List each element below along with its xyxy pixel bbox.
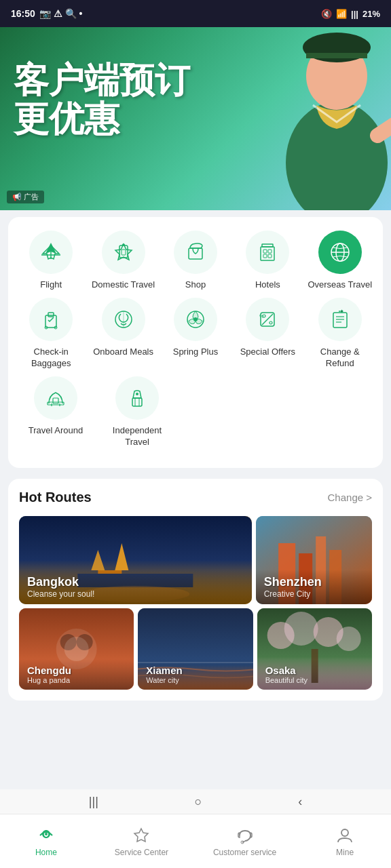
customer-service-nav-icon [236, 826, 255, 845]
gesture-menu[interactable]: ||| [89, 795, 98, 809]
quick-menu-flight[interactable]: Flight [17, 231, 85, 291]
chengdu-name: Chengdu [27, 665, 126, 676]
svg-rect-11 [261, 247, 274, 260]
nav-customer-service[interactable]: Customer service [213, 826, 276, 857]
quick-menu-meals[interactable]: Onboard Meals [90, 298, 157, 358]
time-display: 16:50 [11, 8, 35, 19]
mute-icon: 🔇 [321, 9, 332, 19]
banner-text: 客户端预订 更优惠 [14, 61, 190, 138]
svg-text:%: % [259, 314, 263, 319]
svg-marker-60 [134, 829, 148, 842]
bangkok-name: Bangkok [27, 575, 244, 589]
route-card-osaka[interactable]: Osaka Beautiful city [257, 608, 372, 690]
quick-menu-spring-plus[interactable]: Spring Plus [162, 298, 229, 358]
svg-point-50 [64, 637, 89, 661]
overseas-icon-bg [318, 231, 362, 274]
meals-label: Onboard Meals [93, 347, 153, 358]
svg-rect-16 [262, 244, 273, 247]
quick-menu-checkin[interactable]: Check-in Baggages [17, 298, 85, 370]
quick-menu: Flight Domestic Travel [8, 217, 383, 468]
quick-menu-shop[interactable]: Shop [162, 231, 229, 291]
bangkok-overlay: Bangkok Cleanse your soul! [19, 570, 252, 604]
hot-routes-header: Hot Routes Change > [19, 490, 372, 505]
shop-label: Shop [185, 279, 206, 291]
independent-label: Independent Travel [103, 425, 171, 448]
svg-rect-14 [263, 254, 267, 258]
svg-rect-13 [268, 250, 272, 253]
quick-menu-row1: Flight Domestic Travel [15, 231, 376, 291]
route-card-bangkok[interactable]: Bangkok Cleanse your soul! [19, 516, 252, 604]
status-bar: 16:50 📷 ⚠ 🔍 • 🔇 📶 ||| 21% [0, 0, 391, 27]
xiamen-overlay: Xiamen Water city [138, 659, 253, 690]
svg-rect-32 [53, 398, 58, 403]
spring-icon-bg [174, 298, 217, 341]
shenzhen-subtitle: Creative City [264, 589, 364, 599]
service-center-nav-icon [132, 826, 151, 845]
quick-menu-domestic-travel[interactable]: Domestic Travel [90, 231, 157, 291]
osaka-subtitle: Beautiful city [265, 676, 364, 684]
wifi-icon: 📶 [336, 9, 347, 19]
banner-line2: 更优惠 [14, 100, 190, 138]
quick-menu-change-refund[interactable]: Change & Refund [306, 298, 374, 370]
spring-label: Spring Plus [173, 347, 218, 358]
hotels-label: Hotels [255, 279, 280, 291]
hotels-icon-bg [246, 231, 289, 274]
quick-menu-special-offers[interactable]: % Special Offers [234, 298, 301, 358]
gesture-home[interactable]: ○ [195, 795, 202, 809]
route-card-xiamen[interactable]: Xiamen Water city [138, 608, 253, 690]
travel-around-label: Travel Around [29, 425, 83, 437]
hot-routes-section: Hot Routes Change > [8, 479, 383, 701]
svg-point-54 [284, 612, 318, 646]
svg-rect-30 [333, 313, 347, 328]
svg-point-25 [193, 317, 198, 321]
home-nav-label: Home [35, 848, 57, 857]
promo-banner[interactable]: 客户端预订 更优惠 📢 广告 [0, 27, 391, 210]
shenzhen-overlay: Shenzhen Creative City [256, 570, 372, 604]
xiamen-name: Xiamen [146, 665, 244, 676]
mine-nav-label: Mine [336, 848, 354, 857]
osaka-overlay: Osaka Beautiful city [257, 659, 372, 690]
nav-home[interactable]: Home [22, 826, 70, 857]
chengdu-subtitle: Hug a panda [27, 676, 126, 684]
independent-icon-bg [115, 376, 159, 420]
offers-icon-bg: % [246, 298, 289, 341]
signal-icon: ||| [351, 9, 358, 19]
quick-menu-row3: Travel Around Independent Travel [15, 376, 376, 448]
route-card-shenzhen[interactable]: Shenzhen Creative City [256, 516, 372, 604]
banner-person [201, 27, 391, 210]
gesture-back[interactable]: ‹ [298, 795, 302, 809]
quick-menu-overseas-travel[interactable]: Overseas Travel [306, 231, 374, 291]
quick-menu-independent-travel[interactable]: Independent Travel [103, 376, 171, 448]
change-routes-button[interactable]: Change > [328, 492, 372, 503]
mine-nav-icon [335, 826, 354, 845]
svg-point-59 [45, 833, 48, 835]
svg-point-62 [341, 829, 348, 836]
svg-rect-15 [268, 254, 272, 258]
refund-label: Change & Refund [306, 347, 374, 370]
notification-icons: 📷 ⚠ 🔍 • [39, 8, 83, 19]
gesture-bar: ||| ○ ‹ [0, 789, 391, 814]
quick-menu-hotels[interactable]: Hotels [234, 231, 301, 291]
checkin-label: Check-in Baggages [17, 347, 85, 370]
checkin-icon-bg [29, 298, 73, 341]
nav-service-center[interactable]: Service Center [115, 826, 168, 857]
svg-rect-20 [48, 313, 54, 317]
quick-menu-travel-around[interactable]: Travel Around [22, 376, 90, 437]
svg-rect-33 [132, 398, 142, 406]
nav-mine[interactable]: Mine [321, 826, 369, 857]
routes-row1: Bangkok Cleanse your soul! Shenzhen [19, 516, 372, 604]
svg-point-56 [336, 627, 360, 651]
service-center-nav-label: Service Center [115, 848, 168, 857]
shop-icon-bg [174, 231, 217, 274]
refund-icon-bg [318, 298, 362, 341]
flight-icon-bg [29, 231, 73, 274]
route-card-chengdu[interactable]: Chengdu Hug a panda [19, 608, 134, 690]
chengdu-overlay: Chengdu Hug a panda [19, 659, 134, 690]
ad-label: 📢 广告 [7, 191, 44, 203]
svg-point-28 [269, 321, 272, 324]
hot-routes-title: Hot Routes [19, 490, 92, 505]
domestic-icon-bg [102, 231, 145, 274]
osaka-name: Osaka [265, 665, 364, 676]
domestic-label: Domestic Travel [92, 279, 155, 291]
routes-row2: Chengdu Hug a panda [19, 608, 372, 690]
